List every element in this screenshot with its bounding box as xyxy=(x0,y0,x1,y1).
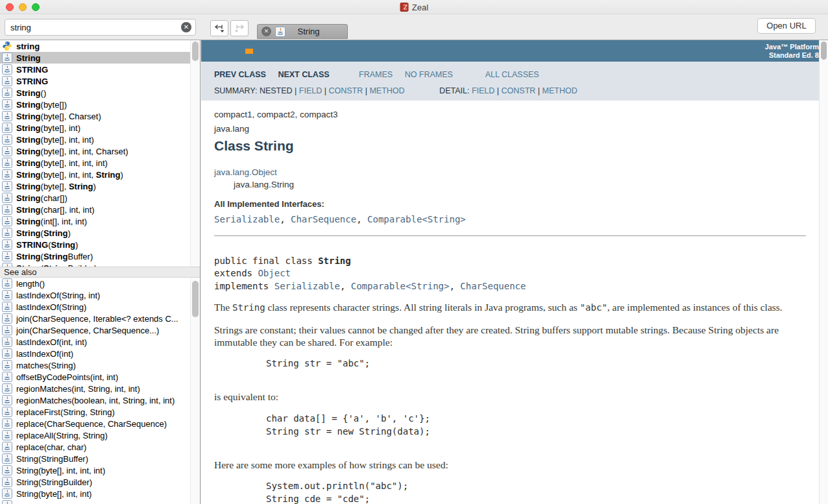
list-item[interactable]: replaceAll(String, String) xyxy=(0,429,200,441)
list-item[interactable]: STRING xyxy=(0,75,200,87)
navbar-item[interactable] xyxy=(278,49,286,54)
list-item[interactable]: String xyxy=(0,52,200,64)
list-item[interactable]: String(StringBuffer) xyxy=(0,453,200,464)
list-item[interactable]: String(byte[], int, int, String) xyxy=(0,169,200,180)
list-item[interactable]: replaceFirst(String, String) xyxy=(0,406,200,418)
navbar-item[interactable] xyxy=(245,49,253,54)
docset-icon xyxy=(2,193,12,203)
navbar-item[interactable] xyxy=(294,49,302,54)
docset-icon xyxy=(2,76,12,86)
list-item[interactable]: String(byte[], int, int, Charset) xyxy=(0,145,200,157)
docset-icon xyxy=(2,348,12,359)
list-item[interactable]: replace(CharSequence, CharSequence) xyxy=(0,418,200,429)
list-item[interactable]: regionMatches(boolean, int, String, int,… xyxy=(0,394,200,406)
java-icon xyxy=(2,302,12,312)
list-item[interactable]: String(char[], int, int) xyxy=(0,204,200,215)
list-item[interactable]: String(byte[], int, int, int) xyxy=(0,157,200,169)
java-icon xyxy=(2,53,12,63)
forward-button[interactable] xyxy=(230,20,249,36)
java-icon xyxy=(2,64,12,75)
see-also-scrollbar[interactable] xyxy=(190,278,200,504)
docset-icon xyxy=(2,383,12,394)
superclass-link[interactable]: java.lang.Object xyxy=(214,167,805,177)
content-scrollbar[interactable] xyxy=(819,40,828,504)
list-item[interactable]: offsetByCodePoints(int, int) xyxy=(0,371,200,383)
back-button[interactable] xyxy=(210,20,228,36)
sidebar-results-scrollbar[interactable] xyxy=(190,40,200,267)
list-item[interactable]: regionMatches(int, String, int, int) xyxy=(0,383,200,394)
list-item-label: length() xyxy=(16,279,45,289)
prev-class-link[interactable]: PREV CLASS xyxy=(214,70,266,79)
navbar-item[interactable] xyxy=(229,49,237,54)
list-item-label: String(byte[], int, int, Charset) xyxy=(16,147,128,156)
list-item[interactable]: String(StringBuilder) xyxy=(0,262,200,267)
java-icon xyxy=(2,477,12,487)
list-item[interactable]: String(byte[], int, int, int) xyxy=(0,464,200,476)
list-item[interactable]: String(byte[], Charset) xyxy=(0,110,200,122)
platform-line2: Standard Ed. 8 xyxy=(765,51,819,60)
docset-icon xyxy=(2,41,12,51)
navbar-item[interactable] xyxy=(310,49,318,54)
list-item[interactable]: length() xyxy=(0,278,200,289)
list-item[interactable]: STRING xyxy=(0,64,200,75)
list-item[interactable]: String(StringBuffer) xyxy=(0,250,200,262)
list-item[interactable]: String() xyxy=(0,87,200,99)
list-item[interactable]: lastIndexOf(String) xyxy=(0,301,200,313)
implemented-interfaces-links[interactable]: Serializable, CharSequence, Comparable<S… xyxy=(214,213,805,226)
list-item[interactable]: String(StringBuilder) xyxy=(0,476,200,488)
list-item[interactable]: lastIndexOf(int, int) xyxy=(0,336,200,348)
list-item[interactable]: String(byte[], int) xyxy=(0,122,200,134)
list-item-label: String(byte[], int, int, int) xyxy=(16,466,105,475)
java-icon xyxy=(2,99,12,110)
tab-close-icon[interactable]: ✕ xyxy=(262,27,271,36)
detail-links[interactable]: DETAIL: FIELD | CONSTR | METHOD xyxy=(439,86,578,95)
list-item[interactable]: STRING(String) xyxy=(0,239,200,250)
page-title: Class String xyxy=(214,138,805,154)
list-item-label: String(String) xyxy=(16,228,71,238)
list-item[interactable]: String(byte[], String) xyxy=(0,180,200,192)
clear-search-icon[interactable]: ✕ xyxy=(181,22,191,32)
list-item[interactable]: join(CharSequence, CharSequence...) xyxy=(0,324,200,336)
docset-icon xyxy=(2,313,12,324)
code-sample-3-line2: String cde = "cde"; xyxy=(266,492,805,504)
docset-icon xyxy=(2,88,12,98)
next-class-link[interactable]: NEXT CLASS xyxy=(278,70,329,79)
open-url-button[interactable]: Open URL xyxy=(757,18,816,34)
java-icon xyxy=(2,278,12,289)
list-item[interactable]: String(int[], int, int) xyxy=(0,215,200,227)
java-icon xyxy=(2,76,12,86)
list-item[interactable]: matches(String) xyxy=(0,359,200,371)
search-input[interactable] xyxy=(10,20,179,34)
summary-links[interactable]: SUMMARY: NESTED | FIELD | CONSTR | METHO… xyxy=(214,86,405,95)
scrollbar-thumb[interactable] xyxy=(821,42,827,60)
signature-line2[interactable]: extends Object xyxy=(214,267,805,280)
navbar-item[interactable] xyxy=(213,49,221,54)
java-icon xyxy=(2,372,12,382)
list-item[interactable]: join(CharSequence, Iterable<? extends C.… xyxy=(0,313,200,324)
list-item[interactable]: String(String) xyxy=(0,227,200,239)
list-item[interactable] xyxy=(0,499,200,504)
all-classes-link[interactable]: ALL CLASSES xyxy=(485,70,539,79)
list-item[interactable]: String(byte[], int, int) xyxy=(0,488,200,499)
frames-link[interactable]: FRAMES xyxy=(359,70,393,79)
scrollbar-thumb[interactable] xyxy=(192,42,199,61)
list-item-label: offsetByCodePoints(int, int) xyxy=(16,372,118,382)
navbar-item[interactable] xyxy=(326,49,334,54)
list-item[interactable]: lastIndexOf(String, int) xyxy=(0,289,200,301)
tab-string[interactable]: ✕ String xyxy=(257,24,348,39)
scrollbar-thumb[interactable] xyxy=(192,281,199,317)
docset-icon xyxy=(2,158,12,168)
list-item[interactable]: String(byte[]) xyxy=(0,99,200,110)
no-frames-link[interactable]: NO FRAMES xyxy=(405,70,453,79)
search-field[interactable]: ✕ xyxy=(5,19,196,36)
code-sample-2: char data[] = {'a', 'b', 'c'}; String st… xyxy=(266,412,805,438)
list-item[interactable]: string xyxy=(0,40,200,52)
list-item[interactable]: String(byte[], int, int) xyxy=(0,134,200,145)
list-item-label: lastIndexOf(String, int) xyxy=(16,291,100,300)
list-item[interactable]: lastIndexOf(int) xyxy=(0,348,200,359)
list-item[interactable]: String(char[]) xyxy=(0,192,200,204)
java-icon xyxy=(2,488,12,499)
navbar-item[interactable] xyxy=(262,49,269,54)
signature-line3[interactable]: implements Serializable, Comparable<Stri… xyxy=(214,280,805,293)
list-item[interactable]: replace(char, char) xyxy=(0,441,200,453)
